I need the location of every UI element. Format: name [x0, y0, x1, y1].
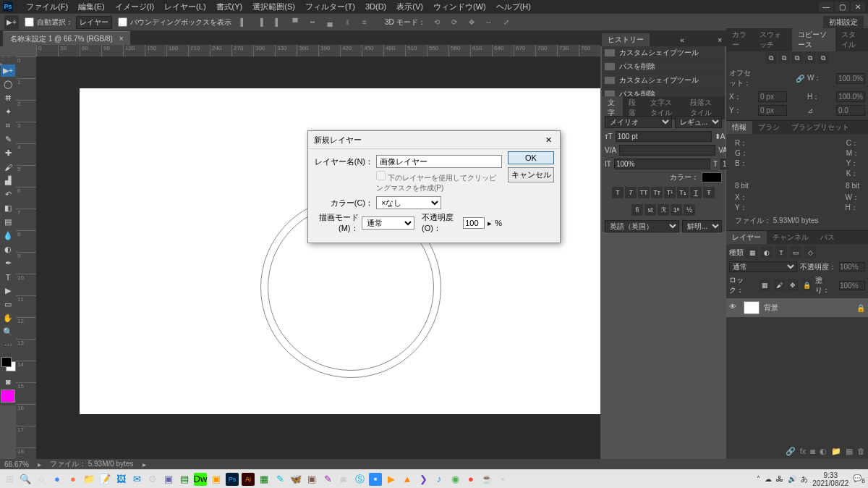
search-icon[interactable]: 🔍 — [19, 473, 32, 486]
start-button[interactable]: ⊞ — [3, 473, 16, 486]
layer-name-label: レイヤー名(N)： — [314, 156, 373, 167]
dialog-opacity-label: 不透明度(O)： — [422, 212, 460, 234]
clipping-mask-checkbox[interactable] — [376, 171, 386, 180]
sublime-icon[interactable]: ▣ — [210, 473, 223, 486]
ok-button[interactable]: OK — [508, 151, 554, 164]
app-icon-3[interactable]: ▣ — [305, 473, 318, 486]
new-layer-dialog: 新規レイヤー ✕ レイヤー名(N)： 下のレイヤーを使用してクリッピングマスクを… — [307, 130, 561, 243]
layer-color-label: カラー(C)： — [314, 198, 373, 209]
percent-label: % — [495, 219, 502, 227]
dialog-title: 新規レイヤー — [314, 135, 362, 146]
task-icon[interactable]: ▤ — [178, 473, 191, 486]
tray-network-icon[interactable]: 🖧 — [776, 475, 783, 483]
app-icon-2[interactable]: 🦋 — [289, 473, 302, 486]
media-icon[interactable]: ▶ — [385, 473, 398, 486]
tray-ime-icon[interactable]: あ — [801, 474, 808, 484]
photos-icon[interactable]: 🖼 — [114, 473, 127, 486]
clipping-mask-label: 下のレイヤーを使用してクリッピングマスクを作成(P) — [376, 174, 496, 192]
app-icon-8[interactable]: ▪ — [496, 473, 509, 486]
cortana-icon[interactable]: ○ — [35, 473, 48, 486]
outlook-icon[interactable]: ✉ — [130, 473, 143, 486]
notifications-icon[interactable]: 💬8 — [853, 474, 865, 484]
obs-icon[interactable]: ◙ — [337, 473, 350, 486]
notepad-icon[interactable]: 📝 — [98, 473, 111, 486]
dialog-overlay: 新規レイヤー ✕ レイヤー名(N)： 下のレイヤーを使用してクリッピングマスクを… — [0, 0, 868, 488]
skype-icon[interactable]: Ⓢ — [353, 473, 366, 486]
layer-name-input[interactable] — [376, 155, 502, 168]
app-icon-4[interactable]: ✎ — [321, 473, 334, 486]
excel-icon[interactable]: ▦ — [258, 473, 271, 486]
app-icon-5[interactable]: ❯ — [417, 473, 430, 486]
music-icon[interactable]: ♪ — [433, 473, 446, 486]
firefox-icon[interactable]: ● — [67, 473, 80, 486]
dreamweaver-icon[interactable]: Dw — [194, 473, 207, 486]
settings-icon[interactable]: ⚙ — [146, 473, 159, 486]
tray-chevron-icon[interactable]: ˄ — [757, 475, 760, 483]
blend-mode-label: 描画モード(M)： — [314, 212, 359, 234]
explorer-icon[interactable]: 📁 — [82, 473, 95, 486]
dialog-opacity-input[interactable] — [463, 217, 485, 229]
teams-icon[interactable]: ▣ — [162, 473, 175, 486]
app-icon-6[interactable]: ◉ — [448, 473, 461, 486]
photoshop-icon[interactable]: Ps — [226, 473, 239, 486]
opacity-arrow-icon[interactable]: ▸ — [488, 219, 492, 228]
windows-taskbar: ⊞ 🔍 ○ ● ● 📁 📝 🖼 ✉ ⚙ ▣ ▤ Dw ▣ Ps Ai ▦ ✎ 🦋… — [0, 469, 868, 488]
dialog-blend-mode-select[interactable]: 通常 — [362, 216, 415, 230]
chrome-icon[interactable]: ● — [51, 473, 64, 486]
app-icon-7[interactable]: ☕ — [480, 473, 493, 486]
cancel-button[interactable]: キャンセル — [508, 167, 554, 182]
app-icon-1[interactable]: ✎ — [273, 473, 286, 486]
illustrator-icon[interactable]: Ai — [242, 473, 255, 486]
system-tray[interactable]: ˄ ☁ 🖧 🔊 あ 9:33 2021/08/22 💬8 — [757, 471, 865, 487]
tray-cloud-icon[interactable]: ☁ — [765, 475, 772, 483]
dialog-close-icon[interactable]: ✕ — [542, 134, 554, 146]
tray-volume-icon[interactable]: 🔊 — [788, 475, 796, 483]
clock[interactable]: 9:33 2021/08/22 — [812, 471, 848, 487]
layer-color-select[interactable]: ×なし — [376, 196, 441, 209]
vlc-icon[interactable]: ▲ — [401, 473, 414, 486]
record-icon[interactable]: ● — [464, 473, 477, 486]
zoom-icon[interactable]: ▪ — [369, 473, 382, 486]
